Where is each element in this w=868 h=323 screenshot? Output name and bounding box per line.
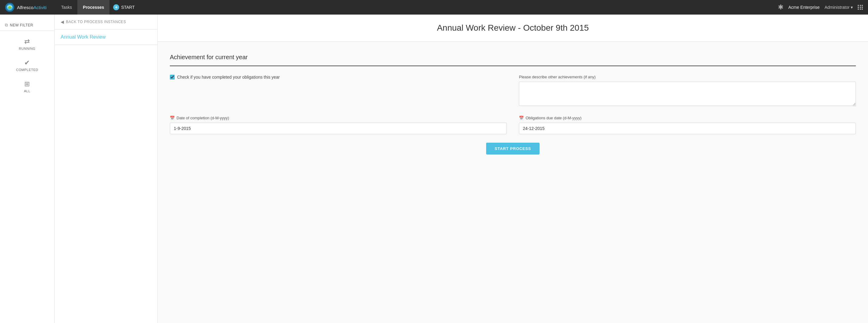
logo-text-alfresco: Alfresco [17, 5, 33, 10]
form-col-completion-date: 📅 Date of completion (d-M-yyyy) [170, 116, 507, 134]
form-row-top: Check if you have completed your obligat… [170, 75, 856, 107]
start-process-button[interactable]: START PROCESS [486, 143, 539, 154]
obligations-date-input[interactable] [519, 123, 856, 134]
calendar-icon-2: 📅 [519, 116, 524, 120]
section-divider [170, 65, 856, 66]
form-col-obligations-date: 📅 Obligations due date (d-M-yyyy) [519, 116, 856, 134]
content-area: Annual Work Review - October 9th 2015 Ac… [158, 14, 868, 323]
logo-text-activiti: Activiti [33, 5, 46, 10]
content-header: Annual Work Review - October 9th 2015 [158, 14, 868, 41]
textarea-label: Please describe other achievements (if a… [519, 75, 856, 79]
alfresco-logo-icon [5, 2, 14, 12]
back-label: BACK TO PROCESS INSTANCES [66, 20, 126, 24]
main-layout: ⧉ NEW FILTER ⇄ RUNNING ✔ COMPLETED ⊞ ALL… [0, 14, 868, 323]
logo: Alfresco Activiti [5, 2, 47, 12]
content-body: Achievement for current year Check if yo… [158, 41, 868, 167]
processes-nav-link[interactable]: Processes [78, 0, 110, 14]
topnav-right: ✱ Acme Enterprise Administrator ▾ [778, 3, 863, 11]
topnav: Alfresco Activiti Tasks Processes + STAR… [0, 0, 868, 14]
all-icon: ⊞ [24, 80, 30, 88]
start-plus-icon: + [113, 4, 119, 10]
sidebar: ⧉ NEW FILTER ⇄ RUNNING ✔ COMPLETED ⊞ ALL [0, 14, 55, 323]
asterisk-icon: ✱ [778, 3, 783, 11]
achievements-textarea[interactable] [519, 82, 856, 106]
apps-grid-icon[interactable] [858, 5, 863, 10]
completed-label: COMPLETED [16, 68, 38, 71]
topnav-links: Tasks Processes + START [56, 0, 778, 14]
back-to-instances-link[interactable]: ◀ BACK TO PROCESS INSTANCES [55, 14, 157, 29]
back-arrow-icon: ◀ [61, 20, 64, 24]
sidebar-item-completed[interactable]: ✔ COMPLETED [0, 55, 54, 76]
start-nav-item[interactable]: + START [110, 4, 138, 10]
obligations-checkbox[interactable] [170, 75, 175, 80]
admin-dropdown[interactable]: Administrator ▾ [825, 5, 853, 10]
enterprise-label: Acme Enterprise [788, 5, 819, 10]
sidebar-item-running[interactable]: ⇄ RUNNING [0, 33, 54, 55]
form-col-textarea: Please describe other achievements (if a… [519, 75, 856, 107]
start-label: START [121, 5, 135, 10]
form-row-dates: 📅 Date of completion (d-M-yyyy) 📅 Obliga… [170, 116, 856, 134]
obligations-date-label: 📅 Obligations due date (d-M-yyyy) [519, 116, 856, 120]
running-label: RUNNING [19, 47, 35, 50]
obligations-date-label-text: Obligations due date (d-M-yyyy) [526, 116, 581, 120]
checkbox-label: Check if you have completed your obligat… [177, 75, 280, 80]
completion-date-input[interactable] [170, 123, 507, 134]
completion-date-label-text: Date of completion (d-M-yyyy) [177, 116, 229, 120]
tasks-nav-link[interactable]: Tasks [56, 0, 78, 14]
sidebar-item-new-filter[interactable]: ⧉ NEW FILTER [0, 20, 54, 31]
checkbox-row: Check if you have completed your obligat… [170, 75, 507, 80]
filter-icon: ⧉ [5, 23, 8, 28]
running-icon: ⇄ [24, 38, 30, 46]
process-instance-title[interactable]: Annual Work Review [55, 29, 157, 45]
completion-date-label: 📅 Date of completion (d-M-yyyy) [170, 116, 507, 120]
completed-icon: ✔ [24, 59, 30, 67]
all-label: ALL [24, 89, 30, 93]
new-filter-label: NEW FILTER [10, 23, 33, 27]
calendar-icon-1: 📅 [170, 116, 175, 120]
form-col-checkbox: Check if you have completed your obligat… [170, 75, 507, 107]
form-actions: START PROCESS [170, 143, 856, 154]
process-panel: ◀ BACK TO PROCESS INSTANCES Annual Work … [55, 14, 158, 323]
sidebar-item-all[interactable]: ⊞ ALL [0, 76, 54, 97]
section-title: Achievement for current year [170, 54, 856, 61]
page-title: Annual Work Review - October 9th 2015 [170, 23, 856, 33]
